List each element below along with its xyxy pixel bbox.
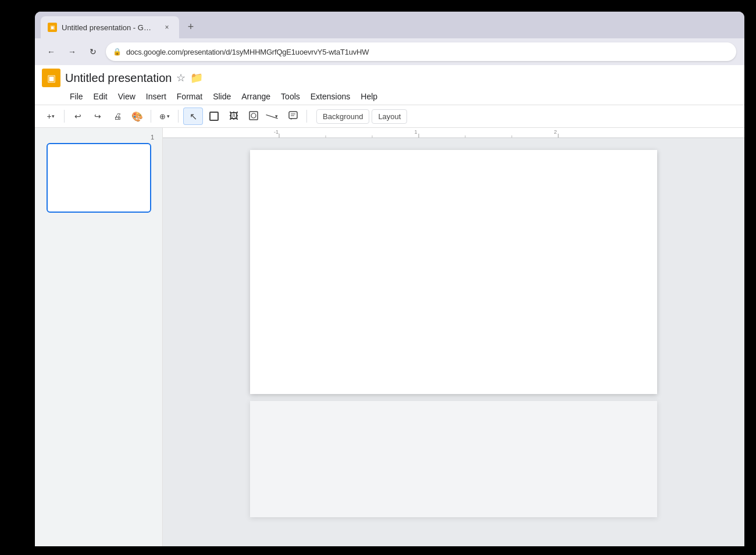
star-icon[interactable]: ☆ <box>176 71 186 84</box>
toolbar-separator-3 <box>178 110 179 123</box>
redo-button[interactable]: ↪ <box>89 108 106 125</box>
zoom-dropdown-icon: ▾ <box>167 113 170 119</box>
paint-format-button[interactable]: 🎨 <box>129 108 146 125</box>
forward-button[interactable]: → <box>64 44 80 60</box>
print-icon: 🖨 <box>113 112 122 121</box>
image-icon: 🖼 <box>229 111 238 121</box>
tab-favicon <box>48 23 57 32</box>
lock-icon: 🔒 <box>113 48 122 56</box>
svg-rect-2 <box>289 112 297 119</box>
shape-icon <box>209 112 219 121</box>
menu-bar: File Edit View Insert Format Slide Arran… <box>65 88 737 105</box>
menu-slide[interactable]: Slide <box>208 89 236 103</box>
app-title[interactable]: Untitled presentation <box>65 71 172 85</box>
slide-number: 1 <box>40 134 154 141</box>
menu-help[interactable]: Help <box>356 89 382 103</box>
refresh-button[interactable]: ↻ <box>85 44 101 60</box>
undo-icon: ↩ <box>74 112 81 121</box>
main-content: 1 -1 <box>35 128 744 546</box>
logo-icon: ▣ <box>47 73 56 84</box>
menu-file[interactable]: File <box>65 89 88 103</box>
cursor-icon: ↖ <box>190 111 197 122</box>
slides-logo: ▣ <box>42 69 60 87</box>
textbox-tool-button[interactable] <box>245 108 262 125</box>
layout-button[interactable]: Layout <box>372 109 407 124</box>
editor-area[interactable]: -1 1 2 <box>163 128 744 546</box>
svg-rect-0 <box>249 112 258 120</box>
textbox-icon <box>248 110 259 123</box>
menu-edit[interactable]: Edit <box>89 89 112 103</box>
zoom-button[interactable]: ⊕ ▾ <box>156 110 173 123</box>
svg-point-1 <box>251 113 256 118</box>
ruler-marks: -1 1 2 <box>163 128 744 138</box>
shape-tool-button[interactable] <box>205 108 223 125</box>
zoom-icon: ⊕ <box>159 112 166 121</box>
app-header: ▣ Untitled presentation ☆ 📁 File Edit Vi… <box>35 65 744 105</box>
svg-text:2: 2 <box>554 129 557 135</box>
background-button[interactable]: Background <box>316 109 369 124</box>
address-bar-row: ← → ↻ 🔒 docs.google.com/presentation/d/1… <box>35 38 744 65</box>
tab-title: Untitled presentation - Google <box>62 23 155 32</box>
svg-text:-1: -1 <box>274 129 279 135</box>
browser-window: Untitled presentation - Google × + ← → ↻… <box>35 12 744 546</box>
redo-icon: ↪ <box>94 112 101 121</box>
svg-text:1: 1 <box>414 129 417 135</box>
add-icon: + <box>47 112 51 121</box>
line-tool-button[interactable]: ╲ ▾ <box>265 108 282 125</box>
slides-app: ▣ Untitled presentation ☆ 📁 File Edit Vi… <box>35 65 744 546</box>
menu-insert[interactable]: Insert <box>141 89 171 103</box>
paint-icon: 🎨 <box>131 111 143 122</box>
image-tool-button[interactable]: 🖼 <box>225 108 243 125</box>
menu-format[interactable]: Format <box>172 89 207 103</box>
horizontal-ruler: -1 1 2 <box>163 128 744 138</box>
folder-icon[interactable]: 📁 <box>190 71 203 84</box>
toolbar-separator-1 <box>64 110 65 123</box>
address-text: docs.google.com/presentation/d/1syMHHMGr… <box>126 48 369 56</box>
select-tool-button[interactable]: ↖ <box>183 108 203 125</box>
app-title-row: ▣ Untitled presentation ☆ 📁 <box>42 69 737 87</box>
tab-close-button[interactable]: × <box>162 22 172 33</box>
menu-arrange[interactable]: Arrange <box>237 89 275 103</box>
slide-thumbnail[interactable] <box>47 143 151 213</box>
slide-canvas-bottom <box>250 401 657 517</box>
undo-button[interactable]: ↩ <box>69 108 87 125</box>
tab-bar: Untitled presentation - Google × + <box>35 12 744 38</box>
comment-button[interactable] <box>284 108 302 125</box>
active-tab[interactable]: Untitled presentation - Google × <box>41 16 179 38</box>
add-button[interactable]: + ▾ <box>42 108 59 125</box>
add-dropdown-icon: ▾ <box>52 113 55 119</box>
new-tab-button[interactable]: + <box>181 17 200 36</box>
toolbar-separator-4 <box>306 110 307 123</box>
line-icon: ╲ <box>266 110 278 123</box>
address-bar[interactable]: 🔒 docs.google.com/presentation/d/1syMHHM… <box>106 42 736 61</box>
menu-view[interactable]: View <box>113 89 140 103</box>
comment-icon <box>288 110 298 123</box>
toolbar-separator-2 <box>151 110 151 123</box>
print-button[interactable]: 🖨 <box>109 108 126 125</box>
menu-tools[interactable]: Tools <box>276 89 305 103</box>
slide-panel: 1 <box>35 128 163 546</box>
menu-extensions[interactable]: Extensions <box>306 89 355 103</box>
toolbar: + ▾ ↩ ↪ 🖨 🎨 ⊕ ▾ ↖ <box>35 105 744 128</box>
back-button[interactable]: ← <box>43 44 59 60</box>
slide-canvas[interactable] <box>250 150 657 394</box>
